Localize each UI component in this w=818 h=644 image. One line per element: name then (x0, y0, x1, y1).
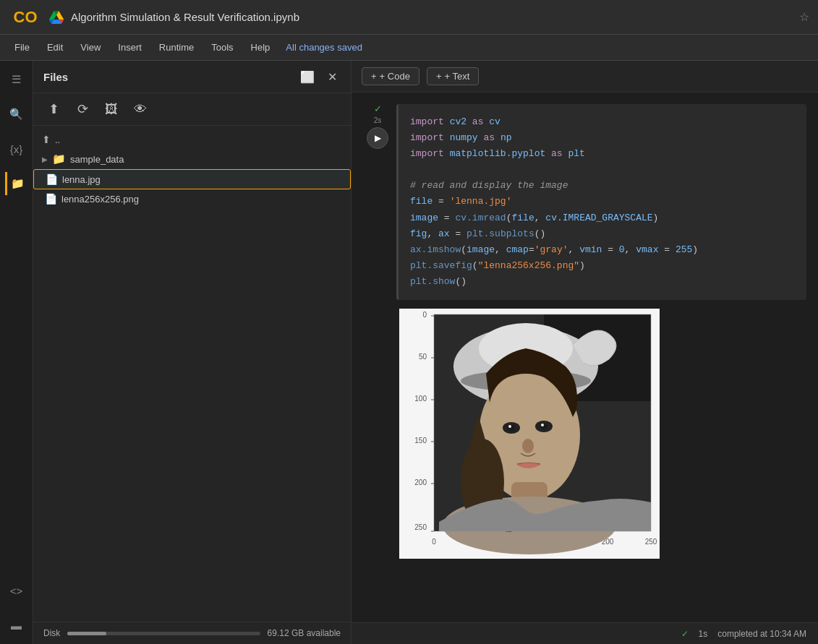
title-bar: CO Algorithm Simulation & Result Verific… (0, 0, 818, 35)
add-code-button[interactable]: + + Code (362, 67, 419, 85)
file-name-label: lenna.jpg (62, 174, 101, 185)
menu-runtime[interactable]: Runtime (152, 39, 201, 56)
cell-status: ✓ (374, 104, 382, 113)
file-name-label-2: lenna256x256.png (61, 194, 139, 205)
notebook-toolbar: + + Code + + Text (352, 61, 818, 93)
menu-view[interactable]: View (73, 39, 108, 56)
add-text-button[interactable]: + + Text (427, 67, 479, 85)
cell-output: 0 50 100 150 200 250 (396, 306, 806, 562)
cell-body: import cv2 as cv import numpy as np impo… (396, 104, 806, 562)
menu-tools[interactable]: Tools (204, 39, 240, 56)
disk-available-label: 69.12 GB available (268, 628, 341, 638)
run-cell-button[interactable]: ▶ (367, 127, 388, 149)
plot-svg: 0 50 100 150 200 250 (399, 309, 660, 559)
chevron-right-icon: ▶ (42, 155, 48, 163)
notebook-area: + + Code + + Text ✓ 2s ▶ import cv2 as c… (352, 61, 818, 644)
file-list: ⬆ .. ▶ 📁 sample_data 📄 lenna.jpg 📄 lenna… (33, 126, 351, 622)
colab-logo: CO (9, 1, 42, 34)
folder-refresh-icon[interactable]: ⟳ (72, 99, 93, 119)
left-sidebar: ☰ 🔍 {x} 📁 <> ▬ (0, 61, 33, 644)
cell-run-time: 2s (374, 116, 382, 124)
save-status: All changes saved (286, 42, 362, 53)
status-completed: completed at 10:34 AM (717, 629, 806, 639)
menu-bar: File Edit View Insert Runtime Tools Help… (0, 35, 818, 61)
file-panel-header: Files ⬜ ✕ (33, 61, 351, 93)
notebook-content: ✓ 2s ▶ import cv2 as cv import numpy as … (352, 93, 818, 622)
parent-dir-item[interactable]: ⬆ .. (33, 130, 351, 149)
plus-icon: + (371, 71, 377, 82)
upload-icon-small: ⬆ (42, 134, 51, 145)
file-item-lenna-jpg[interactable]: 📄 lenna.jpg (33, 169, 351, 189)
status-time: 1s (699, 629, 708, 639)
menu-edit[interactable]: Edit (40, 39, 70, 56)
svg-text:150: 150 (414, 437, 427, 445)
file-panel: Files ⬜ ✕ ⬆ ⟳ 🖼 👁 ⬆ .. ▶ 📁 sample_data (33, 61, 352, 644)
file-panel-resize-icon[interactable]: ⬜ (299, 68, 316, 85)
file-item-lenna-png[interactable]: 📄 lenna256x256.png (33, 189, 351, 208)
status-check: ✓ (681, 629, 689, 639)
file-panel-close-icon[interactable]: ✕ (323, 68, 341, 85)
menu-help[interactable]: Help (244, 39, 278, 56)
folder-name-label: sample_data (70, 154, 124, 165)
svg-text:250: 250 (645, 538, 657, 546)
code-block[interactable]: import cv2 as cv import numpy as np impo… (396, 104, 806, 300)
file-icon-2: 📄 (45, 193, 57, 205)
sidebar-variables-icon[interactable]: {x} (5, 137, 28, 160)
upload-drive-icon[interactable]: 🖼 (101, 99, 122, 119)
svg-text:0: 0 (422, 311, 427, 319)
disk-usage-bar (67, 632, 260, 635)
plus-text-icon: + (436, 71, 442, 82)
file-toolbar: ⬆ ⟳ 🖼 👁 (33, 93, 351, 126)
code-cell: ✓ 2s ▶ import cv2 as cv import numpy as … (363, 104, 806, 562)
folder-item-sample-data[interactable]: ▶ 📁 sample_data (33, 149, 351, 169)
sidebar-terminal-icon[interactable]: ▬ (5, 614, 28, 637)
hide-icon[interactable]: 👁 (130, 99, 150, 119)
svg-text:50: 50 (419, 353, 427, 361)
svg-text:200: 200 (414, 478, 427, 486)
sidebar-menu-icon[interactable]: ☰ (5, 68, 28, 91)
svg-text:100: 100 (414, 395, 427, 403)
disk-usage-fill (67, 632, 106, 635)
cell-gutter: ✓ 2s ▶ (363, 104, 392, 562)
add-code-label: + Code (380, 71, 410, 82)
file-panel-title: Files (43, 71, 299, 83)
main-layout: ☰ 🔍 {x} 📁 <> ▬ Files ⬜ ✕ ⬆ ⟳ 🖼 👁 ⬆ .. (0, 61, 818, 644)
file-panel-bottom: Disk 69.12 GB available (33, 622, 351, 644)
sidebar-files-icon[interactable]: 📁 (5, 172, 28, 195)
parent-dir-label: .. (55, 134, 60, 145)
svg-point-35 (522, 439, 534, 453)
svg-text:250: 250 (414, 523, 427, 531)
svg-point-34 (541, 424, 544, 426)
menu-insert[interactable]: Insert (111, 39, 149, 56)
file-icon: 📄 (46, 173, 58, 185)
add-text-label: + Text (444, 71, 469, 82)
svg-text:0: 0 (432, 538, 436, 546)
drive-icon (49, 10, 64, 25)
upload-icon[interactable]: ⬆ (43, 99, 64, 119)
file-panel-actions: ⬜ ✕ (299, 68, 341, 85)
disk-label: Disk (43, 628, 60, 638)
output-image-container: 0 50 100 150 200 250 (396, 306, 806, 562)
star-icon[interactable]: ☆ (799, 10, 809, 24)
sidebar-search-icon[interactable]: 🔍 (5, 103, 28, 126)
status-bar: ✓ 1s completed at 10:34 AM (352, 622, 818, 644)
svg-point-31 (508, 425, 511, 428)
sidebar-code-icon[interactable]: <> (5, 579, 28, 602)
document-title: Algorithm Simulation & Result Verificati… (71, 11, 792, 23)
lenna-plot: 0 50 100 150 200 250 (399, 309, 660, 559)
menu-file[interactable]: File (7, 39, 37, 56)
folder-icon: 📁 (52, 153, 66, 166)
